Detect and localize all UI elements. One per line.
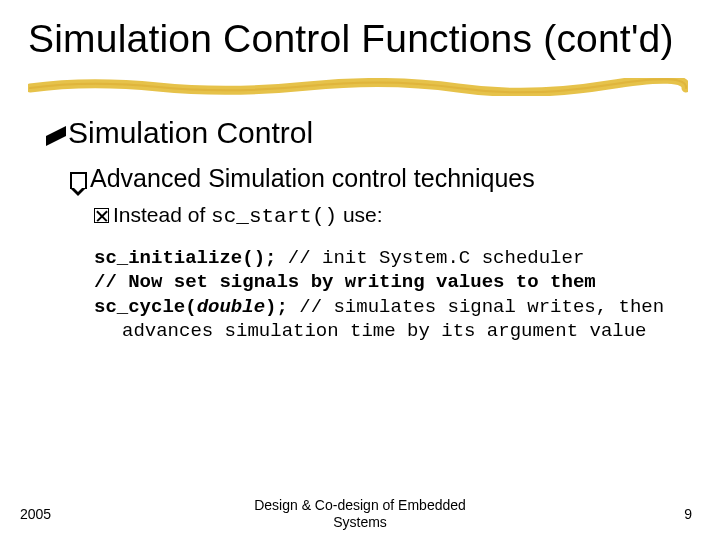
code-line-2: // Now set signals by writing values to … (94, 270, 672, 294)
code-line-4: advances simulation time by its argument… (94, 319, 672, 343)
slide-title: Simulation Control Functions (cont'd) (28, 18, 692, 60)
x-bullet-icon (94, 208, 109, 223)
bullet-l2-text: Advanced Simulation control techniques (90, 164, 535, 193)
bullet-level2: Advanced Simulation control techniques (70, 164, 692, 193)
l3-post: use: (337, 203, 383, 226)
code3-b: double (197, 296, 265, 318)
footer-center-l1: Design & Co-design of Embedded (254, 497, 466, 513)
footer-center-l2: Systems (333, 514, 387, 530)
bullet-level3: Instead of sc_start() use: (94, 203, 692, 228)
code3-c: ); (265, 296, 288, 318)
footer: 2005 Design & Co-design of Embedded Syst… (0, 506, 720, 522)
y-bullet-icon (70, 172, 87, 189)
footer-page-number: 9 (684, 506, 692, 522)
bullet-l1-text: Simulation Control (68, 116, 313, 150)
code3-a: sc_cycle( (94, 296, 197, 318)
bullet-l3-text: Instead of sc_start() use: (113, 203, 383, 228)
code1-bold: sc_initialize(); (94, 247, 276, 269)
code3-rest: // simulates signal writes, then (288, 296, 664, 318)
content-area: Simulation Control Advanced Simulation c… (28, 116, 692, 343)
title-underline (28, 78, 692, 94)
code1-rest: // init System.C scheduler (276, 247, 584, 269)
code-block: sc_initialize(); // init System.C schedu… (94, 246, 692, 343)
bullet-level1: Simulation Control (46, 116, 692, 150)
footer-year: 2005 (20, 506, 51, 522)
z-bullet-icon (46, 126, 66, 146)
footer-center: Design & Co-design of Embedded Systems (254, 497, 466, 532)
l3-code: sc_start() (211, 205, 337, 228)
code-line-1: sc_initialize(); // init System.C schedu… (94, 246, 672, 270)
code-line-3: sc_cycle(double); // simulates signal wr… (94, 295, 672, 319)
l3-pre: Instead of (113, 203, 211, 226)
slide: Simulation Control Functions (cont'd) Si… (0, 0, 720, 540)
